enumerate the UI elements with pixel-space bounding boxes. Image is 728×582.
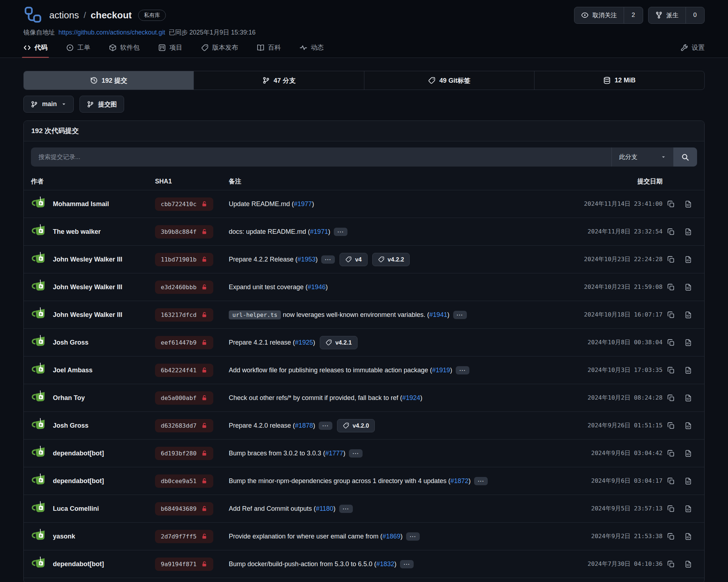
commit-sha-link[interactable]: b684943689 xyxy=(155,502,213,515)
commit-message-link[interactable]: Bump docker/build-push-action from 5.3.0… xyxy=(229,560,376,568)
expand-commit-button[interactable]: ··· xyxy=(453,311,467,319)
avatar[interactable] xyxy=(31,445,47,461)
commit-message-link[interactable]: ) xyxy=(326,283,328,291)
pr-link[interactable]: #1941 xyxy=(429,311,447,319)
commit-message-link[interactable]: Check out other refs/* by commit if prov… xyxy=(229,394,402,402)
site-logo-icon[interactable] xyxy=(23,5,43,25)
browse-source-button[interactable] xyxy=(679,412,697,439)
copy-sha-button[interactable] xyxy=(663,246,679,273)
commit-message-link[interactable]: ) xyxy=(313,422,315,429)
tag-badge[interactable]: v4.2.2 xyxy=(372,253,410,266)
pr-link[interactable]: #1946 xyxy=(308,283,326,291)
commit-sha-link[interactable]: d632683dd7 xyxy=(155,419,213,432)
expand-commit-button[interactable]: ··· xyxy=(334,228,347,236)
tab-releases[interactable]: 版本发布 xyxy=(201,43,238,52)
commit-search-input[interactable] xyxy=(31,147,611,167)
avatar[interactable] xyxy=(31,223,47,240)
pr-link[interactable]: #1180 xyxy=(316,505,333,513)
pr-link[interactable]: #1953 xyxy=(297,256,315,263)
expand-commit-button[interactable]: ··· xyxy=(456,366,469,374)
copy-sha-button[interactable] xyxy=(663,301,679,328)
watchers-count[interactable]: 2 xyxy=(624,7,642,23)
commit-author-name[interactable]: Mohammad Ismail xyxy=(53,200,109,208)
commit-graph-button[interactable]: 提交图 xyxy=(79,96,124,113)
browse-source-button[interactable] xyxy=(679,550,697,578)
copy-sha-button[interactable] xyxy=(663,329,679,356)
pr-link[interactable]: #1777 xyxy=(325,450,343,457)
commit-message-link[interactable]: ) xyxy=(450,367,452,374)
browse-source-button[interactable] xyxy=(679,329,697,356)
commit-sha-link[interactable]: 2d7d9f7ff5 xyxy=(155,530,213,543)
search-button[interactable] xyxy=(673,147,697,167)
tab-wiki[interactable]: 百科 xyxy=(257,43,281,52)
stat-branches[interactable]: 47 分支 xyxy=(194,71,364,90)
commit-sha-link[interactable]: db0cee9a51 xyxy=(155,474,213,488)
avatar[interactable] xyxy=(31,362,47,378)
browse-source-button[interactable] xyxy=(679,246,697,273)
commit-message-link[interactable]: Prepare 4.2.0 release ( xyxy=(229,422,295,429)
browse-source-button[interactable] xyxy=(679,467,697,495)
commit-sha-link[interactable]: 3b9b8c884f xyxy=(155,225,213,238)
copy-sha-button[interactable] xyxy=(663,550,679,578)
commit-sha-link[interactable]: cbb722410c xyxy=(155,197,213,211)
copy-sha-button[interactable] xyxy=(663,495,679,522)
repo-name-link[interactable]: checkout xyxy=(91,10,132,21)
pr-link[interactable]: #1977 xyxy=(294,200,312,208)
mirror-url-link[interactable]: https://github.com/actions/checkout.git xyxy=(59,29,165,36)
commit-sha-link[interactable]: e3d2460bbb xyxy=(155,281,213,294)
expand-commit-button[interactable]: ··· xyxy=(400,560,414,568)
commit-author-name[interactable]: John Wesley Walker III xyxy=(53,311,122,319)
commit-message-link[interactable]: ) xyxy=(420,394,422,402)
pr-link[interactable]: #1832 xyxy=(376,560,394,568)
branch-selector[interactable]: main xyxy=(23,96,74,113)
commit-author-name[interactable]: Josh Gross xyxy=(53,339,88,346)
unwatch-button[interactable]: 取消关注 xyxy=(574,7,624,23)
avatar[interactable] xyxy=(31,196,47,212)
tab-activity[interactable]: 动态 xyxy=(300,43,324,52)
pr-link[interactable]: #1925 xyxy=(295,339,313,346)
commit-author-name[interactable]: John Wesley Walker III xyxy=(53,256,122,263)
commit-message-link[interactable]: ) xyxy=(343,450,345,457)
tab-settings[interactable]: 设置 xyxy=(681,43,705,52)
copy-sha-button[interactable] xyxy=(663,412,679,439)
commit-sha-link[interactable]: 6d193bf280 xyxy=(155,447,213,460)
commit-sha-link[interactable]: eef61447b9 xyxy=(155,336,213,349)
avatar[interactable] xyxy=(31,528,47,545)
expand-commit-button[interactable]: ··· xyxy=(339,505,353,513)
pr-link[interactable]: #1878 xyxy=(295,422,313,429)
commit-author-name[interactable]: Joel Ambass xyxy=(53,367,92,374)
commit-message-link[interactable]: Add Ref and Commit outputs ( xyxy=(229,505,316,513)
commit-sha-link[interactable]: 9a9194f871 xyxy=(155,558,213,571)
commit-message-link[interactable]: Bump braces from 3.0.2 to 3.0.3 ( xyxy=(229,450,325,457)
commit-author-name[interactable]: The web walker xyxy=(53,228,101,236)
pr-link[interactable]: #1971 xyxy=(310,228,328,236)
commit-author-name[interactable]: dependabot[bot] xyxy=(53,560,104,568)
avatar[interactable] xyxy=(31,279,47,295)
browse-source-button[interactable] xyxy=(679,495,697,522)
branch-filter-dropdown[interactable]: 此分支 xyxy=(611,147,673,167)
commit-message-link[interactable]: ) xyxy=(313,339,315,346)
commit-sha-link[interactable]: 11bd71901b xyxy=(155,253,213,266)
avatar[interactable] xyxy=(31,417,47,434)
copy-sha-button[interactable] xyxy=(663,523,679,550)
copy-sha-button[interactable] xyxy=(663,190,679,218)
tab-issues[interactable]: 工单 xyxy=(66,43,90,52)
forks-count[interactable]: 0 xyxy=(686,7,704,23)
tag-badge[interactable]: v4 xyxy=(340,253,367,266)
commit-message-link[interactable]: Expand unit test coverage ( xyxy=(229,283,308,291)
copy-sha-button[interactable] xyxy=(663,384,679,412)
commit-message-link[interactable]: docs: update README.md ( xyxy=(229,228,310,236)
browse-source-button[interactable] xyxy=(679,356,697,384)
pr-link[interactable]: #1872 xyxy=(450,477,468,485)
copy-sha-button[interactable] xyxy=(663,467,679,495)
tag-badge[interactable]: v4.2.0 xyxy=(337,419,375,432)
commit-author-name[interactable]: Josh Gross xyxy=(53,422,88,429)
browse-source-button[interactable] xyxy=(679,273,697,301)
copy-sha-button[interactable] xyxy=(663,440,679,467)
commit-author-name[interactable]: dependabot[bot] xyxy=(53,450,104,457)
commit-author-name[interactable]: John Wesley Walker III xyxy=(53,283,122,291)
commit-message-link[interactable]: ) xyxy=(447,311,450,319)
expand-commit-button[interactable]: ··· xyxy=(406,532,420,541)
commit-message-link[interactable]: ) xyxy=(394,560,396,568)
avatar[interactable] xyxy=(31,500,47,517)
